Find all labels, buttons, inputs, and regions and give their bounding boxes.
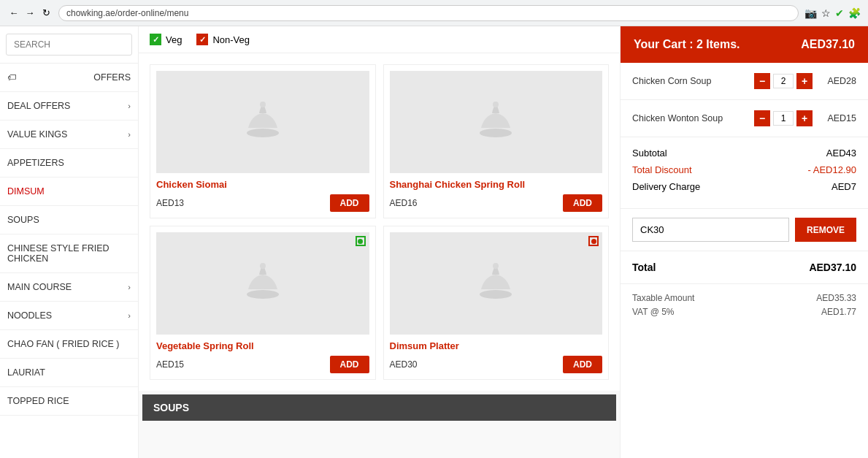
menu-card-dimsum-platter: Dimsum Platter AED30 ADD bbox=[383, 226, 610, 380]
subtotal-row: Subtotal AED43 bbox=[632, 148, 856, 159]
food-placeholder-icon bbox=[474, 100, 518, 144]
sidebar-item-lauriat[interactable]: LAURIAT bbox=[0, 359, 138, 387]
cart-item-price-1: AED28 bbox=[820, 76, 856, 86]
taxable-row: Taxable Amount AED35.33 bbox=[632, 293, 856, 303]
cart-total-header: AED37.10 bbox=[801, 38, 855, 51]
food-placeholder-icon bbox=[241, 262, 285, 305]
cart-total-section: Total AED37.10 bbox=[621, 251, 868, 284]
promo-input[interactable] bbox=[632, 218, 789, 242]
promo-section: REMOVE bbox=[621, 209, 868, 251]
menu-card-vegetable-spring-roll: Vegetable Spring Roll AED15 ADD bbox=[150, 226, 376, 380]
search-box bbox=[0, 26, 138, 64]
search-input[interactable] bbox=[6, 34, 132, 56]
qty-increase-1[interactable]: + bbox=[796, 73, 813, 89]
sidebar-item-dimsum[interactable]: DIMSUM bbox=[0, 178, 138, 206]
qty-decrease-1[interactable]: − bbox=[754, 73, 770, 89]
sidebar-item-appetizers[interactable]: APPETIZERS bbox=[0, 149, 138, 178]
veg-filter[interactable]: ✓ Veg bbox=[150, 34, 182, 45]
total-label: Total bbox=[632, 262, 656, 273]
address-bar[interactable]: chowking.ae/order-online/menu bbox=[58, 5, 799, 21]
sidebar-item-offers[interactable]: 🏷 OFFERS bbox=[0, 64, 138, 92]
nonveg-filter[interactable]: ✓ Non-Veg bbox=[196, 34, 250, 45]
qty-decrease-2[interactable]: − bbox=[754, 110, 770, 126]
menu-item-image bbox=[390, 232, 603, 335]
item-name-dimsum-platter: Dimsum Platter bbox=[390, 340, 603, 351]
qty-control-1: − + bbox=[754, 73, 813, 89]
chevron-icon: › bbox=[128, 283, 131, 291]
remove-promo-button[interactable]: REMOVE bbox=[795, 218, 856, 242]
content-area: ✓ Veg ✓ Non-Veg Chicken bbox=[139, 26, 620, 458]
tag-icon: 🏷 bbox=[7, 72, 17, 83]
add-button-shanghai-spring-roll[interactable]: ADD bbox=[563, 194, 602, 212]
menu-item-image bbox=[156, 71, 369, 173]
sidebar-item-deal-offers[interactable]: DEAL OFFERS › bbox=[0, 92, 138, 121]
sidebar: 🏷 OFFERS DEAL OFFERS › VALUE KINGS › APP… bbox=[0, 26, 139, 458]
item-name-chicken-siomai: Chicken Siomai bbox=[156, 179, 369, 190]
extensions-icon[interactable]: 🧩 bbox=[848, 7, 861, 19]
bookmark-icon[interactable]: ☆ bbox=[821, 7, 831, 19]
sidebar-item-topped-rice[interactable]: TOPPED RICE bbox=[0, 387, 138, 416]
app-container: 🏷 OFFERS DEAL OFFERS › VALUE KINGS › APP… bbox=[0, 26, 868, 458]
total-row: Total AED37.10 bbox=[632, 262, 856, 273]
vat-row: VAT @ 5% AED1.77 bbox=[632, 307, 856, 317]
item-price-chicken-siomai: AED13 bbox=[156, 198, 184, 208]
filter-bar: ✓ Veg ✓ Non-Veg bbox=[139, 26, 620, 53]
add-button-chicken-siomai[interactable]: ADD bbox=[330, 194, 369, 212]
svg-point-1 bbox=[260, 102, 266, 107]
add-button-dimsum-platter[interactable]: ADD bbox=[563, 356, 602, 373]
menu-item-image bbox=[390, 71, 603, 173]
cart-items: Chicken Corn Soup − + AED28 Chicken Wont… bbox=[621, 63, 868, 137]
sidebar-label-main-course: MAIN COURSE bbox=[7, 282, 72, 292]
forward-button[interactable]: → bbox=[23, 7, 37, 20]
qty-value-2[interactable] bbox=[773, 111, 794, 126]
sidebar-label-lauriat: LAURIAT bbox=[7, 367, 45, 378]
svg-point-7 bbox=[493, 263, 499, 269]
nav-buttons: ← → ↻ bbox=[7, 7, 53, 20]
section-header-soups: SOUPS bbox=[142, 394, 616, 421]
sidebar-label-chinese-fried-chicken: CHINESE STYLE FRIED CHICKEN bbox=[7, 243, 131, 264]
add-button-vegetable-spring-roll[interactable]: ADD bbox=[330, 356, 369, 373]
refresh-button[interactable]: ↻ bbox=[39, 7, 53, 20]
delivery-value: AED7 bbox=[831, 181, 856, 192]
sidebar-item-main-course[interactable]: MAIN COURSE › bbox=[0, 273, 138, 302]
item-footer: AED30 ADD bbox=[390, 356, 603, 373]
sidebar-label-value-kings: VALUE KINGS bbox=[7, 129, 67, 140]
veg-checkbox[interactable]: ✓ bbox=[150, 34, 161, 45]
cart-item-name-2: Chicken Wonton Soup bbox=[632, 113, 747, 123]
item-name-shanghai-spring-roll: Shanghai Chicken Spring Roll bbox=[390, 179, 603, 190]
item-footer: AED16 ADD bbox=[390, 194, 603, 212]
sidebar-item-value-kings[interactable]: VALUE KINGS › bbox=[0, 121, 138, 149]
sidebar-label-topped-rice: TOPPED RICE bbox=[7, 396, 69, 406]
browser-toolbar: 📷 ☆ ✔ 🧩 bbox=[804, 7, 861, 19]
nonveg-badge bbox=[588, 236, 599, 246]
vat-label: VAT @ 5% bbox=[632, 307, 675, 317]
screenshot-icon[interactable]: 📷 bbox=[804, 7, 817, 19]
discount-value: - AED12.90 bbox=[808, 164, 857, 175]
cart-item-chicken-corn-soup: Chicken Corn Soup − + AED28 bbox=[621, 63, 868, 100]
sidebar-label-soups: SOUPS bbox=[7, 215, 39, 225]
verified-icon: ✔ bbox=[835, 7, 844, 19]
sidebar-label-noodles: NOODLES bbox=[7, 310, 52, 321]
sidebar-item-chinese-fried-chicken[interactable]: CHINESE STYLE FRIED CHICKEN bbox=[0, 234, 138, 273]
qty-value-1[interactable] bbox=[773, 74, 794, 88]
nonveg-label: Non-Veg bbox=[212, 34, 250, 45]
sidebar-item-soups[interactable]: SOUPS bbox=[0, 206, 138, 234]
subtotal-value: AED43 bbox=[826, 148, 856, 159]
subtotal-label: Subtotal bbox=[632, 148, 667, 159]
sidebar-item-noodles[interactable]: NOODLES › bbox=[0, 302, 138, 330]
sidebar-label-deal-offers: DEAL OFFERS bbox=[7, 101, 70, 111]
sidebar-label-dimsum: DIMSUM bbox=[7, 186, 45, 196]
sidebar-item-chao-fan[interactable]: CHAO FAN ( FRIED RICE ) bbox=[0, 330, 138, 359]
item-footer: AED15 ADD bbox=[156, 356, 369, 373]
menu-grid: Chicken Siomai AED13 ADD Shanghai Chicke bbox=[139, 53, 620, 391]
svg-point-0 bbox=[247, 129, 279, 137]
svg-point-3 bbox=[493, 102, 499, 107]
qty-control-2: − + bbox=[754, 110, 813, 126]
qty-increase-2[interactable]: + bbox=[796, 110, 813, 126]
cart-item-price-2: AED15 bbox=[820, 113, 856, 123]
nonveg-checkbox[interactable]: ✓ bbox=[196, 34, 208, 45]
sidebar-label-chao-fan: CHAO FAN ( FRIED RICE ) bbox=[7, 339, 119, 349]
sidebar-label-appetizers: APPETIZERS bbox=[7, 158, 64, 168]
delivery-row: Delivery Charge AED7 bbox=[632, 181, 856, 192]
back-button[interactable]: ← bbox=[7, 7, 20, 20]
